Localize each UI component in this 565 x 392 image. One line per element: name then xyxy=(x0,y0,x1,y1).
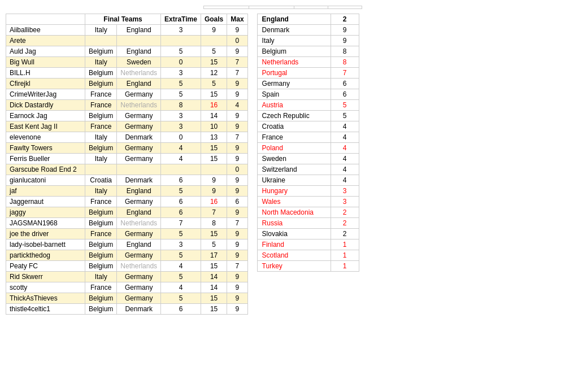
row-team2-0: England xyxy=(117,25,161,36)
row-team2-24: Germany xyxy=(117,282,161,293)
right-value-8: 5 xyxy=(331,111,359,121)
right-country-21: Scotland xyxy=(257,250,331,261)
row-name-26: thistle4celtic1 xyxy=(6,304,85,315)
right-row-9: Croatia4 xyxy=(257,121,359,132)
right-row-5: Germany6 xyxy=(257,79,359,89)
row-name-25: ThickAsThieves xyxy=(6,293,85,304)
top-cell-4 xyxy=(328,6,362,9)
right-country-14: Ukraine xyxy=(257,175,331,186)
row-team2-20: England xyxy=(117,239,161,250)
row-goals-19: 15 xyxy=(201,229,227,239)
row-max-25: 9 xyxy=(227,293,247,304)
row-goals-10: 13 xyxy=(201,132,227,143)
row-team2-2: England xyxy=(117,46,161,57)
right-row-12: Sweden4 xyxy=(257,154,359,164)
row-name-9: East Kent Jag II xyxy=(6,121,85,132)
row-goals-6: 15 xyxy=(201,89,227,100)
row-team1-1 xyxy=(85,36,117,46)
row-goals-1 xyxy=(201,36,227,46)
row-team2-8: Germany xyxy=(117,111,161,121)
row-name-21: partickthedog xyxy=(6,250,85,261)
right-row-2: Belgium8 xyxy=(257,46,359,57)
right-row-18: Russia2 xyxy=(257,218,359,229)
row-team2-6: Germany xyxy=(117,89,161,100)
row-goals-15: 9 xyxy=(201,186,227,197)
row-team2-7: Netherlands xyxy=(117,100,161,111)
row-team2-15: England xyxy=(117,186,161,197)
right-row-11: Poland4 xyxy=(257,143,359,154)
row-extra-23: 5 xyxy=(161,272,201,282)
row-name-1: Arete xyxy=(6,36,85,46)
right-value-16: 3 xyxy=(331,197,359,207)
main-section: Final Teams ExtraTime Goals Max Aiiballi… xyxy=(6,14,559,315)
row-team1-19: France xyxy=(85,229,117,239)
row-team1-23: Italy xyxy=(85,272,117,282)
row-team2-4: Netherlands xyxy=(117,68,161,79)
row-max-17: 9 xyxy=(227,207,247,218)
row-team1-17: Belgium xyxy=(85,207,117,218)
row-team1-26: Belgium xyxy=(85,304,117,315)
row-team1-22: Belgium xyxy=(85,261,117,272)
row-max-23: 9 xyxy=(227,272,247,282)
right-country-1: Italy xyxy=(257,36,331,46)
row-goals-17: 7 xyxy=(201,207,227,218)
right-row-16: Wales3 xyxy=(257,197,359,207)
row-team1-8: Belgium xyxy=(85,111,117,121)
row-goals-23: 14 xyxy=(201,272,227,282)
row-team1-21: Belgium xyxy=(85,250,117,261)
row-max-26: 9 xyxy=(227,304,247,315)
row-team2-16: Germany xyxy=(117,197,161,207)
row-name-23: Rid Skwerr xyxy=(6,272,85,282)
right-value-6: 6 xyxy=(331,89,359,100)
row-name-15: jaf xyxy=(6,186,85,197)
row-team1-14: Croatia xyxy=(85,175,117,186)
row-goals-20: 5 xyxy=(201,239,227,250)
row-name-3: Big Wull xyxy=(6,57,85,68)
right-country-15: Hungary xyxy=(257,186,331,197)
row-goals-22: 15 xyxy=(201,261,227,272)
row-extra-17: 6 xyxy=(161,207,201,218)
row-team1-6: France xyxy=(85,89,117,100)
row-goals-11: 15 xyxy=(201,143,227,154)
right-country-11: Poland xyxy=(257,143,331,154)
right-value-2: 8 xyxy=(331,46,359,57)
row-team2-22: Netherlands xyxy=(117,261,161,272)
row-team1-25: Belgium xyxy=(85,293,117,304)
right-country-8: Czech Republic xyxy=(257,111,331,121)
row-goals-25: 15 xyxy=(201,293,227,304)
right-country-20: Finland xyxy=(257,239,331,250)
right-row-7: Austria5 xyxy=(257,100,359,111)
row-team2-23: Germany xyxy=(117,272,161,282)
top-section xyxy=(6,6,559,9)
row-max-6: 9 xyxy=(227,89,247,100)
right-value-21: 1 xyxy=(331,250,359,261)
row-goals-14: 9 xyxy=(201,175,227,186)
right-value-13: 4 xyxy=(331,164,359,175)
row-extra-24: 4 xyxy=(161,282,201,293)
col-header-name xyxy=(6,14,85,25)
row-extra-6: 5 xyxy=(161,89,201,100)
row-extra-26: 6 xyxy=(161,304,201,315)
right-country-7: Austria xyxy=(257,100,331,111)
row-goals-0: 9 xyxy=(201,25,227,36)
right-country-10: France xyxy=(257,132,331,143)
right-value-10: 4 xyxy=(331,132,359,143)
row-max-12: 9 xyxy=(227,154,247,164)
row-team2-3: Sweden xyxy=(117,57,161,68)
row-name-17: jaggy xyxy=(6,207,85,218)
row-name-18: JAGSMAN1968 xyxy=(6,218,85,229)
row-name-16: Jaggernaut xyxy=(6,197,85,207)
row-max-0: 9 xyxy=(227,25,247,36)
right-row-21: Scotland1 xyxy=(257,250,359,261)
row-goals-3: 15 xyxy=(201,57,227,68)
row-name-4: BILL.H xyxy=(6,68,85,79)
row-name-19: joe the driver xyxy=(6,229,85,239)
row-team1-13 xyxy=(85,164,117,175)
right-country-22: Turkey xyxy=(257,261,331,272)
row-extra-4: 3 xyxy=(161,68,201,79)
row-team2-25: Germany xyxy=(117,293,161,304)
row-team2-11: Germany xyxy=(117,143,161,154)
row-extra-19: 5 xyxy=(161,229,201,239)
right-row-22: Turkey1 xyxy=(257,261,359,272)
right-value-9: 4 xyxy=(331,121,359,132)
